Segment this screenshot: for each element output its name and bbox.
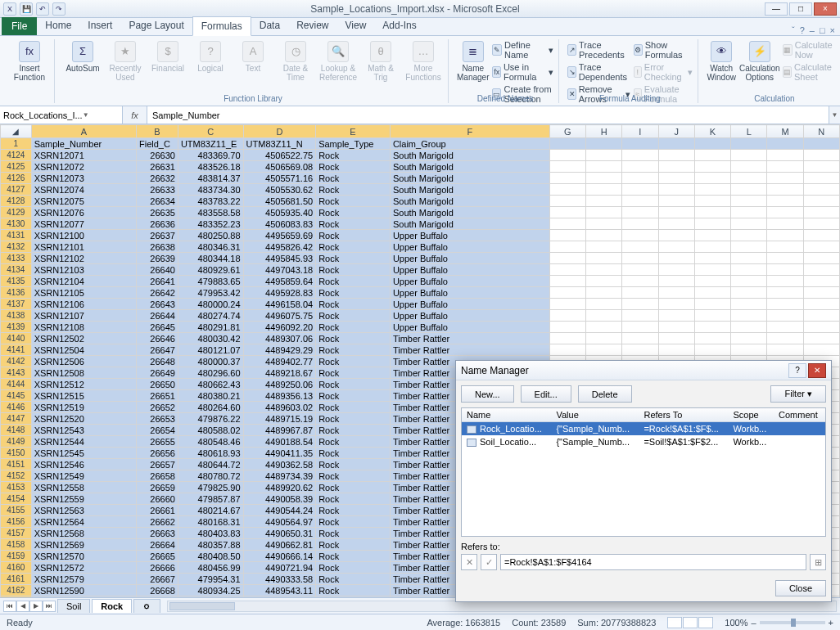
row-header[interactable]: 4126	[1, 173, 32, 184]
header-cell[interactable]	[549, 138, 585, 150]
row-header[interactable]: 4156	[1, 516, 32, 528]
data-row[interactable]: 4129XSRN1207626635483558.584505935.40Roc…	[1, 207, 840, 218]
data-row[interactable]: 4140XSRN1250226646480030.424489307.06Roc…	[1, 333, 840, 344]
dialog-help-button[interactable]: ?	[788, 363, 806, 378]
text-button[interactable]: AText	[233, 39, 273, 73]
row-header[interactable]: 4137	[1, 299, 32, 310]
row-header[interactable]: 4146	[1, 402, 32, 413]
row-header[interactable]: 4161	[1, 574, 32, 585]
row-header[interactable]: 4154	[1, 493, 32, 505]
column-header-I[interactable]: I	[622, 125, 658, 138]
save-icon[interactable]: 💾	[20, 2, 33, 16]
recently-used-button[interactable]: ★Recently Used	[106, 39, 145, 82]
math-button[interactable]: θMath & Trig	[361, 39, 400, 82]
show-formulas-button[interactable]: ⚙Show Formulas	[634, 39, 693, 61]
data-row[interactable]: 4136XSRN1210526642479953.424495928.83Roc…	[1, 287, 840, 299]
data-row[interactable]: 4138XSRN1210726644480274.744496075.75Roc…	[1, 310, 840, 322]
page-break-view-button[interactable]	[698, 617, 713, 628]
row-header[interactable]: 1	[1, 138, 32, 150]
doc-close-icon[interactable]: ×	[830, 25, 835, 35]
sheet-nav-next[interactable]: ▶	[29, 601, 43, 612]
row-header[interactable]: 4160	[1, 562, 32, 574]
row-header[interactable]: 4133	[1, 253, 32, 264]
row-header[interactable]: 4143	[1, 367, 32, 379]
data-row[interactable]: 4135XSRN1210426641479883.654495859.64Roc…	[1, 276, 840, 287]
name-manager-button[interactable]: ≣Name Manager	[457, 39, 489, 82]
data-row[interactable]: 4131XSRN1210026637480250.884495659.69Roc…	[1, 230, 840, 241]
datetime-button[interactable]: ◷Date & Time	[276, 39, 315, 82]
data-row[interactable]: 4137XSRN1210626643480000.244496158.04Roc…	[1, 299, 840, 310]
data-row[interactable]: 4141XSRN1250426647480121.074489429.29Roc…	[1, 344, 840, 356]
data-row[interactable]: 4130XSRN1207726636483352.234506083.83Roc…	[1, 218, 840, 230]
row-header[interactable]: 4139	[1, 322, 32, 333]
calculate-now-button[interactable]: ▦Calculate Now	[783, 39, 840, 61]
data-row[interactable]: 4126XSRN1207326632483814.374505571.16Roc…	[1, 173, 840, 184]
select-all-button[interactable]: ◢	[1, 125, 32, 138]
tab-page-layout[interactable]: Page Layout	[120, 16, 192, 35]
column-header-E[interactable]: E	[316, 125, 391, 138]
column-header-H[interactable]: H	[586, 125, 622, 138]
nm-col-header[interactable]: Value	[551, 408, 639, 422]
data-row[interactable]: 4133XSRN1210226639480344.184495845.93Roc…	[1, 253, 840, 264]
use-in-formula-button[interactable]: fxUse in Formula ▾	[492, 61, 553, 83]
sheet-nav-first[interactable]: ⏮	[3, 601, 16, 612]
define-name-button[interactable]: ✎Define Name ▾	[492, 39, 553, 61]
doc-restore-icon[interactable]: □	[820, 25, 825, 35]
nm-col-header[interactable]: Refers To	[639, 408, 728, 422]
tab-insert[interactable]: Insert	[79, 16, 120, 35]
header-cell[interactable]	[694, 138, 730, 150]
nm-col-header[interactable]: Scope	[728, 408, 774, 422]
header-cell[interactable]: Claim_Group	[390, 138, 549, 150]
calculation-options-button[interactable]: ⚡Calculation Options	[740, 39, 779, 82]
file-tab[interactable]: File	[2, 17, 37, 35]
tab-data[interactable]: Data	[251, 16, 288, 35]
data-row[interactable]: 4124XSRN1207126630483369.704506522.75Roc…	[1, 150, 840, 161]
row-header[interactable]: 4157	[1, 528, 32, 539]
header-cell[interactable]	[658, 138, 694, 150]
page-layout-view-button[interactable]	[683, 617, 698, 628]
nm-close-button[interactable]: Close	[775, 580, 826, 596]
maximize-button[interactable]: □	[789, 2, 812, 16]
nm-col-header[interactable]: Comment	[774, 408, 825, 422]
column-header-M[interactable]: M	[767, 125, 803, 138]
row-header[interactable]: 4124	[1, 150, 32, 161]
header-cell[interactable]: Field_C	[137, 138, 178, 150]
tab-formulas[interactable]: Formulas	[192, 16, 251, 36]
sheet-tab-rock[interactable]: Rock	[92, 599, 132, 613]
header-cell[interactable]	[622, 138, 658, 150]
tab-view[interactable]: View	[337, 16, 375, 35]
excel-icon[interactable]: X	[3, 2, 16, 16]
row-header[interactable]: 4141	[1, 344, 32, 356]
undo-icon[interactable]: ↶	[36, 2, 49, 16]
header-cell[interactable]	[731, 138, 767, 150]
column-header-K[interactable]: K	[694, 125, 730, 138]
logical-button[interactable]: ?Logical	[191, 39, 230, 73]
help-icon[interactable]: ?	[800, 25, 805, 35]
header-cell[interactable]	[803, 138, 839, 150]
sheet-nav-prev[interactable]: ◀	[16, 601, 29, 612]
column-header-F[interactable]: F	[390, 125, 549, 138]
name-box[interactable]: Rock_Locations_I...▼	[0, 106, 123, 124]
trace-precedents-button[interactable]: ↗Trace Precedents	[567, 39, 630, 61]
nm-filter-button[interactable]: Filter ▾	[770, 385, 826, 403]
dialog-titlebar[interactable]: Name Manager ? ✕	[456, 361, 831, 380]
fx-button[interactable]: fx	[123, 106, 147, 124]
nm-col-header[interactable]: Name	[462, 408, 551, 422]
dialog-close-button[interactable]: ✕	[808, 363, 826, 378]
chevron-down-icon[interactable]: ▼	[83, 111, 119, 119]
close-button[interactable]: ×	[814, 2, 837, 16]
row-header[interactable]: 4131	[1, 230, 32, 241]
minimize-button[interactable]: —	[765, 2, 788, 16]
column-header-J[interactable]: J	[658, 125, 694, 138]
refers-accept-button[interactable]: ✓	[481, 554, 497, 570]
tab-home[interactable]: Home	[37, 16, 79, 35]
header-cell[interactable]: UTM83Z11_N	[243, 138, 316, 150]
formula-expand-icon[interactable]: ▼	[829, 106, 840, 124]
column-header-L[interactable]: L	[731, 125, 767, 138]
refers-cancel-button[interactable]: ✕	[461, 554, 477, 570]
row-header[interactable]: 4151	[1, 459, 32, 470]
trace-dependents-button[interactable]: ↘Trace Dependents	[567, 61, 630, 83]
formula-input[interactable]: Sample_Number	[147, 106, 829, 124]
row-header[interactable]: 4142	[1, 356, 32, 367]
sheet-tab-soil[interactable]: Soil	[57, 599, 90, 613]
